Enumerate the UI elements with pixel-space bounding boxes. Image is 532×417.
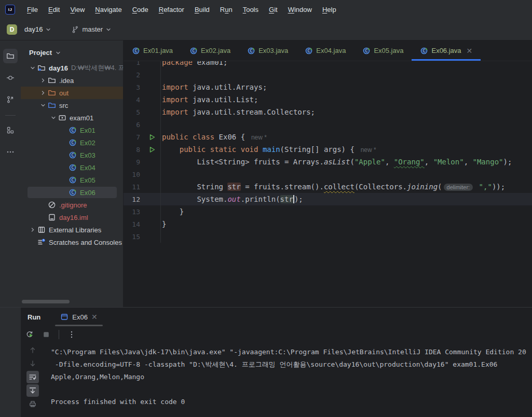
more-options-button[interactable] — [65, 328, 78, 341]
tool-window-button-commit[interactable] — [3, 71, 18, 85]
project-widget-button[interactable]: day16 — [21, 23, 54, 35]
menu-view[interactable]: View — [65, 4, 90, 16]
package-icon — [58, 114, 67, 122]
tree-item-out[interactable]: out — [21, 87, 123, 99]
more-icon — [6, 148, 15, 156]
horizontal-scrollbar[interactable] — [22, 300, 70, 303]
scroll-to-end-button[interactable] — [26, 384, 39, 397]
tool-window-button-more-tool-windows[interactable] — [3, 145, 18, 159]
tool-window-button-version-control[interactable] — [3, 92, 18, 107]
menu-code[interactable]: Code — [127, 4, 154, 16]
line-number: 7 — [124, 133, 140, 141]
code-line-10: 10 — [124, 168, 532, 180]
svg-text:C: C — [71, 177, 74, 183]
tree-item-ex04[interactable]: CEx04 — [21, 161, 123, 174]
tree-item-day16-iml[interactable]: day16.iml — [21, 211, 123, 224]
editor-tab-ex03.java[interactable]: CEx03.java — [239, 40, 296, 61]
close-icon[interactable]: ✕ — [467, 47, 473, 55]
tree-item-label: day16 — [49, 64, 68, 72]
tree-item--idea[interactable]: .idea — [21, 74, 123, 87]
menu-tools[interactable]: Tools — [238, 4, 264, 16]
tree-item-ex06[interactable]: CEx06 — [21, 186, 123, 199]
project-avatar[interactable]: D — [7, 24, 17, 35]
line-number: 5 — [124, 108, 140, 116]
menu-refactor[interactable]: Refactor — [154, 4, 189, 16]
tree-item-day16[interactable]: day16D:₩박세현₩4. 프 — [21, 62, 123, 74]
next-occurrence-button[interactable] — [26, 357, 39, 370]
editor-tab-ex02.java[interactable]: CEx02.java — [181, 40, 239, 61]
rerun-button[interactable] — [23, 328, 36, 341]
activity-bar-divider — [5, 115, 16, 116]
line-number: 15 — [124, 233, 140, 241]
run-line-button[interactable] — [145, 134, 159, 141]
menu-edit[interactable]: Edit — [43, 4, 65, 16]
tool-window-button-structure[interactable] — [3, 123, 18, 137]
class-icon: C — [68, 138, 77, 147]
git-icon — [6, 95, 15, 104]
menu-navigate[interactable]: Navigate — [90, 4, 127, 16]
tree-item-label: Ex02 — [80, 139, 96, 147]
chevron-right-icon[interactable] — [28, 227, 37, 233]
print-button[interactable] — [26, 398, 39, 410]
tree-item--gitignore[interactable]: .gitignore — [21, 199, 123, 211]
editor-tab-label: Ex06.java — [431, 47, 461, 54]
chevron-down-icon — [45, 26, 51, 33]
code-editor[interactable]: 1package exam01;23import java.util.Array… — [124, 61, 532, 307]
chevron-down-icon[interactable] — [49, 115, 58, 121]
ignored-icon — [47, 201, 57, 209]
svg-text:C: C — [71, 165, 74, 170]
project-tool-window: Project day16D:₩박세현₩4. 프.ideaoutsrcexam0… — [21, 40, 124, 307]
chevron-right-icon[interactable] — [38, 77, 47, 84]
menu-file[interactable]: File — [22, 4, 43, 16]
editor-tab-ex05.java[interactable]: CEx05.java — [354, 40, 412, 61]
close-icon[interactable]: ✕ — [91, 313, 98, 321]
tree-item-exam01[interactable]: exam01 — [21, 112, 123, 124]
structure-icon — [6, 126, 15, 134]
run-line-button[interactable] — [145, 146, 159, 153]
project-tree: day16D:₩박세현₩4. 프.ideaoutsrcexam01CEx01CE… — [21, 62, 123, 248]
vcs-branch-button[interactable]: master — [68, 23, 115, 36]
soft-wrap-button[interactable] — [26, 371, 39, 383]
folder-icon — [6, 52, 15, 60]
tree-item-src[interactable]: src — [21, 99, 123, 112]
svg-text:C: C — [193, 48, 195, 53]
editor-tab-ex04.java[interactable]: CEx04.java — [296, 40, 354, 61]
prev-occurrence-button[interactable] — [26, 344, 39, 356]
branch-label: master — [82, 25, 103, 33]
tree-item-label: Ex03 — [80, 151, 96, 159]
tree-item-ex01[interactable]: CEx01 — [21, 124, 123, 136]
console-output: "C:\Program Files\Java\jdk-17\bin\java.e… — [44, 343, 532, 417]
svg-text:C: C — [308, 48, 310, 53]
chevron-down-icon — [105, 26, 112, 33]
editor-tab-label: Ex05.java — [374, 47, 403, 54]
editor-tab-ex01.java[interactable]: CEx01.java — [124, 40, 181, 61]
editor-area: CEx01.javaCEx02.javaCEx03.javaCEx04.java… — [124, 40, 532, 307]
code-line-15: 15 — [124, 230, 532, 243]
menu-window[interactable]: Window — [283, 4, 317, 16]
folder-icon — [47, 76, 57, 85]
tree-item-scratches-and-consoles[interactable]: Scratches and Consoles — [21, 236, 123, 248]
line-number: 10 — [124, 171, 140, 178]
menu-help[interactable]: Help — [317, 4, 342, 16]
menu-git[interactable]: Git — [264, 4, 283, 16]
console-toolbar — [21, 343, 44, 417]
project-panel-header[interactable]: Project — [21, 40, 123, 62]
editor-tab-label: Ex02.java — [201, 47, 230, 54]
tree-item-ex02[interactable]: CEx02 — [21, 136, 123, 149]
softwrap-icon — [29, 373, 37, 381]
run-tab[interactable]: Ex06 ✕ — [55, 308, 102, 326]
tool-window-button-project[interactable] — [3, 49, 18, 63]
menu-run[interactable]: Run — [215, 4, 238, 16]
tree-item-label: Ex04 — [80, 164, 96, 172]
stop-button[interactable] — [40, 328, 52, 341]
chevron-down-icon[interactable] — [38, 102, 47, 108]
tree-item-ex03[interactable]: CEx03 — [21, 149, 123, 161]
menu-build[interactable]: Build — [189, 4, 215, 16]
editor-tab-ex06.java[interactable]: CEx06.java✕ — [412, 40, 481, 61]
code-line-13: 13 } — [124, 205, 532, 218]
svg-text:C: C — [71, 128, 74, 133]
chevron-down-icon[interactable] — [28, 65, 37, 71]
tree-item-external-libraries[interactable]: External Libraries — [21, 224, 123, 236]
chevron-right-icon[interactable] — [38, 90, 47, 96]
tree-item-ex05[interactable]: CEx05 — [21, 174, 123, 186]
